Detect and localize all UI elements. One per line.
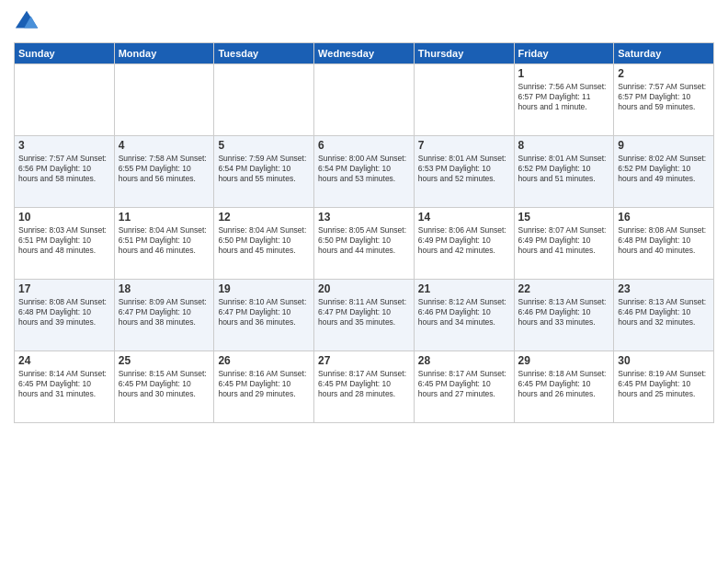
calendar-cell: 11Sunrise: 8:04 AM Sunset: 6:51 PM Dayli… xyxy=(114,208,214,280)
page-container: SundayMondayTuesdayWednesdayThursdayFrid… xyxy=(0,0,728,432)
day-number: 13 xyxy=(318,211,410,224)
day-number: 29 xyxy=(518,354,610,367)
day-info: Sunrise: 8:06 AM Sunset: 6:49 PM Dayligh… xyxy=(418,225,510,256)
day-info: Sunrise: 8:17 AM Sunset: 6:45 PM Dayligh… xyxy=(418,369,510,399)
calendar-cell: 20Sunrise: 8:11 AM Sunset: 6:47 PM Dayli… xyxy=(314,280,415,351)
day-number: 11 xyxy=(119,211,210,224)
day-info: Sunrise: 7:57 AM Sunset: 6:56 PM Dayligh… xyxy=(18,154,110,184)
calendar-cell: 28Sunrise: 8:17 AM Sunset: 6:45 PM Dayli… xyxy=(414,351,514,423)
day-number: 9 xyxy=(618,139,710,152)
day-header-monday: Monday xyxy=(114,43,214,64)
day-info: Sunrise: 8:08 AM Sunset: 6:48 PM Dayligh… xyxy=(618,225,710,256)
calendar-table: SundayMondayTuesdayWednesdayThursdayFrid… xyxy=(14,42,714,423)
calendar-cell: 14Sunrise: 8:06 AM Sunset: 6:49 PM Dayli… xyxy=(414,208,514,280)
day-number: 17 xyxy=(18,282,110,295)
calendar-cell: 21Sunrise: 8:12 AM Sunset: 6:46 PM Dayli… xyxy=(414,280,514,351)
calendar-cell: 4Sunrise: 7:58 AM Sunset: 6:55 PM Daylig… xyxy=(114,136,214,208)
calendar-cell: 23Sunrise: 8:13 AM Sunset: 6:46 PM Dayli… xyxy=(614,280,714,351)
day-info: Sunrise: 7:58 AM Sunset: 6:55 PM Dayligh… xyxy=(119,154,210,184)
day-header-wednesday: Wednesday xyxy=(314,43,415,64)
page-header xyxy=(14,9,714,35)
calendar-week-row: 24Sunrise: 8:14 AM Sunset: 6:45 PM Dayli… xyxy=(15,351,714,423)
day-info: Sunrise: 8:00 AM Sunset: 6:54 PM Dayligh… xyxy=(318,154,410,184)
day-number: 27 xyxy=(318,354,410,367)
calendar-cell: 16Sunrise: 8:08 AM Sunset: 6:48 PM Dayli… xyxy=(614,208,714,280)
day-number: 16 xyxy=(618,211,710,224)
day-info: Sunrise: 8:05 AM Sunset: 6:50 PM Dayligh… xyxy=(318,225,410,256)
calendar-cell: 30Sunrise: 8:19 AM Sunset: 6:45 PM Dayli… xyxy=(614,351,714,423)
day-number: 15 xyxy=(518,211,610,224)
day-info: Sunrise: 8:13 AM Sunset: 6:46 PM Dayligh… xyxy=(518,297,610,327)
day-header-sunday: Sunday xyxy=(15,43,115,64)
day-header-friday: Friday xyxy=(514,43,614,64)
day-info: Sunrise: 8:10 AM Sunset: 6:47 PM Dayligh… xyxy=(218,297,310,327)
day-number: 6 xyxy=(318,139,410,152)
calendar-week-row: 10Sunrise: 8:03 AM Sunset: 6:51 PM Dayli… xyxy=(15,208,714,280)
calendar-cell xyxy=(414,64,514,136)
calendar-cell: 5Sunrise: 7:59 AM Sunset: 6:54 PM Daylig… xyxy=(214,136,314,208)
day-number: 8 xyxy=(518,139,610,152)
day-number: 23 xyxy=(618,282,710,295)
calendar-cell: 17Sunrise: 8:08 AM Sunset: 6:48 PM Dayli… xyxy=(15,280,115,351)
calendar-cell: 26Sunrise: 8:16 AM Sunset: 6:45 PM Dayli… xyxy=(214,351,314,423)
day-info: Sunrise: 8:13 AM Sunset: 6:46 PM Dayligh… xyxy=(618,297,710,327)
day-number: 18 xyxy=(119,282,210,295)
day-header-thursday: Thursday xyxy=(414,43,514,64)
day-info: Sunrise: 8:15 AM Sunset: 6:45 PM Dayligh… xyxy=(119,369,210,399)
day-info: Sunrise: 8:11 AM Sunset: 6:47 PM Dayligh… xyxy=(318,297,410,327)
day-info: Sunrise: 7:57 AM Sunset: 6:57 PM Dayligh… xyxy=(618,82,710,112)
day-number: 1 xyxy=(518,67,610,80)
day-info: Sunrise: 8:02 AM Sunset: 6:52 PM Dayligh… xyxy=(618,154,710,184)
calendar-cell xyxy=(15,64,115,136)
day-number: 2 xyxy=(618,67,710,80)
day-header-saturday: Saturday xyxy=(614,43,714,64)
calendar-cell: 6Sunrise: 8:00 AM Sunset: 6:54 PM Daylig… xyxy=(314,136,415,208)
day-info: Sunrise: 8:07 AM Sunset: 6:49 PM Dayligh… xyxy=(518,225,610,256)
day-number: 5 xyxy=(218,139,310,152)
logo xyxy=(14,9,43,35)
calendar-cell: 9Sunrise: 8:02 AM Sunset: 6:52 PM Daylig… xyxy=(614,136,714,208)
day-number: 4 xyxy=(119,139,210,152)
calendar-cell: 15Sunrise: 8:07 AM Sunset: 6:49 PM Dayli… xyxy=(514,208,614,280)
calendar-cell: 8Sunrise: 8:01 AM Sunset: 6:52 PM Daylig… xyxy=(514,136,614,208)
logo-icon xyxy=(14,9,40,35)
day-info: Sunrise: 8:18 AM Sunset: 6:45 PM Dayligh… xyxy=(518,369,610,399)
calendar-cell: 25Sunrise: 8:15 AM Sunset: 6:45 PM Dayli… xyxy=(114,351,214,423)
day-number: 25 xyxy=(119,354,210,367)
day-number: 24 xyxy=(18,354,110,367)
calendar-cell: 7Sunrise: 8:01 AM Sunset: 6:53 PM Daylig… xyxy=(414,136,514,208)
day-number: 12 xyxy=(218,211,310,224)
calendar-cell: 13Sunrise: 8:05 AM Sunset: 6:50 PM Dayli… xyxy=(314,208,415,280)
calendar-cell: 19Sunrise: 8:10 AM Sunset: 6:47 PM Dayli… xyxy=(214,280,314,351)
day-info: Sunrise: 8:19 AM Sunset: 6:45 PM Dayligh… xyxy=(618,369,710,399)
calendar-cell xyxy=(114,64,214,136)
day-number: 7 xyxy=(418,139,510,152)
day-number: 22 xyxy=(518,282,610,295)
day-info: Sunrise: 8:03 AM Sunset: 6:51 PM Dayligh… xyxy=(18,225,110,256)
calendar-cell: 18Sunrise: 8:09 AM Sunset: 6:47 PM Dayli… xyxy=(114,280,214,351)
day-number: 30 xyxy=(618,354,710,367)
calendar-cell xyxy=(214,64,314,136)
day-number: 28 xyxy=(418,354,510,367)
calendar-week-row: 1Sunrise: 7:56 AM Sunset: 6:57 PM Daylig… xyxy=(15,64,714,136)
day-number: 26 xyxy=(218,354,310,367)
calendar-week-row: 3Sunrise: 7:57 AM Sunset: 6:56 PM Daylig… xyxy=(15,136,714,208)
calendar-cell: 2Sunrise: 7:57 AM Sunset: 6:57 PM Daylig… xyxy=(614,64,714,136)
day-info: Sunrise: 7:56 AM Sunset: 6:57 PM Dayligh… xyxy=(518,82,610,112)
day-info: Sunrise: 8:01 AM Sunset: 6:52 PM Dayligh… xyxy=(518,154,610,184)
day-number: 21 xyxy=(418,282,510,295)
day-info: Sunrise: 8:16 AM Sunset: 6:45 PM Dayligh… xyxy=(218,369,310,399)
day-number: 10 xyxy=(18,211,110,224)
calendar-cell: 1Sunrise: 7:56 AM Sunset: 6:57 PM Daylig… xyxy=(514,64,614,136)
day-info: Sunrise: 8:09 AM Sunset: 6:47 PM Dayligh… xyxy=(119,297,210,327)
day-number: 3 xyxy=(18,139,110,152)
day-info: Sunrise: 8:12 AM Sunset: 6:46 PM Dayligh… xyxy=(418,297,510,327)
calendar-cell: 27Sunrise: 8:17 AM Sunset: 6:45 PM Dayli… xyxy=(314,351,415,423)
day-info: Sunrise: 8:04 AM Sunset: 6:50 PM Dayligh… xyxy=(218,225,310,256)
calendar-cell: 24Sunrise: 8:14 AM Sunset: 6:45 PM Dayli… xyxy=(15,351,115,423)
calendar-cell: 12Sunrise: 8:04 AM Sunset: 6:50 PM Dayli… xyxy=(214,208,314,280)
day-header-tuesday: Tuesday xyxy=(214,43,314,64)
calendar-header-row: SundayMondayTuesdayWednesdayThursdayFrid… xyxy=(15,43,714,64)
calendar-cell: 3Sunrise: 7:57 AM Sunset: 6:56 PM Daylig… xyxy=(15,136,115,208)
day-info: Sunrise: 8:17 AM Sunset: 6:45 PM Dayligh… xyxy=(318,369,410,399)
